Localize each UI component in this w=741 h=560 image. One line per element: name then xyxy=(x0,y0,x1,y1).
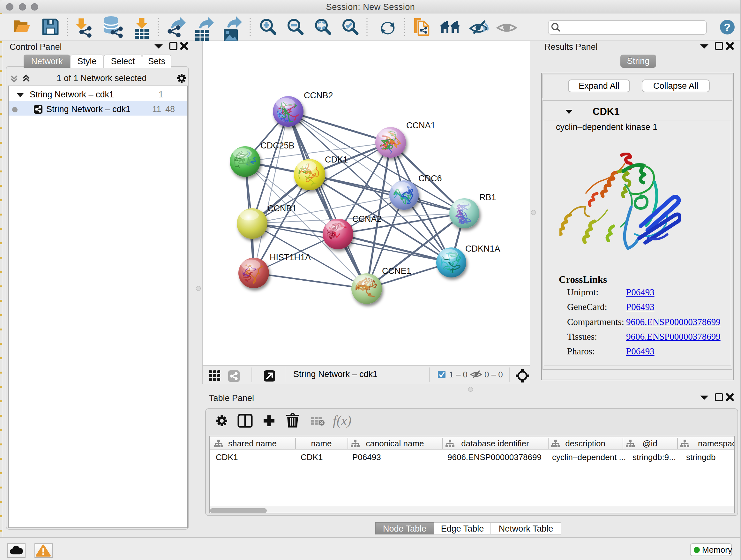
svg-text:?: ? xyxy=(724,21,731,33)
svg-text:CCNA2: CCNA2 xyxy=(352,214,382,224)
svg-text:CCNE1: CCNE1 xyxy=(382,266,411,276)
svg-text:CDK1: CDK1 xyxy=(325,155,348,165)
svg-text:CCNB1: CCNB1 xyxy=(267,204,297,213)
svg-text:CCNA1: CCNA1 xyxy=(406,121,435,130)
svg-text:HIST1H1A: HIST1H1A xyxy=(270,253,311,262)
svg-text:RB1: RB1 xyxy=(479,192,496,202)
svg-text:CDC25B: CDC25B xyxy=(260,141,294,150)
svg-text:CDKN1A: CDKN1A xyxy=(465,244,500,253)
svg-text:f(x): f(x) xyxy=(333,413,351,428)
svg-text:CDC6: CDC6 xyxy=(418,174,442,183)
svg-text:CCNB2: CCNB2 xyxy=(304,91,333,100)
